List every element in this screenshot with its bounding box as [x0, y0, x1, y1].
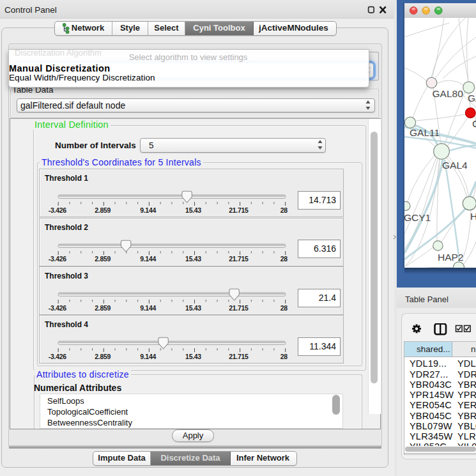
svg-text:HAP2: HAP2	[438, 251, 464, 262]
svg-text:GAL11: GAL11	[410, 127, 440, 137]
svg-text:GAL4: GAL4	[442, 159, 468, 170]
svg-text:GCY1: GCY1	[404, 212, 431, 223]
svg-text:H: H	[470, 211, 476, 222]
svg-text:GA: GA	[468, 92, 476, 103]
svg-text:C: C	[472, 118, 476, 129]
svg-text:GAL80: GAL80	[433, 88, 464, 99]
